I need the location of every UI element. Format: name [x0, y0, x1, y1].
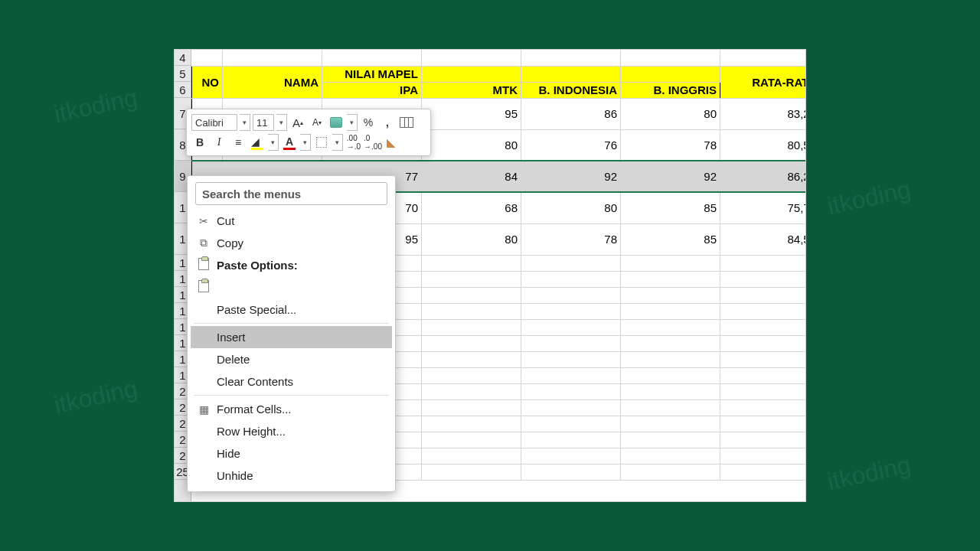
decrease-font-button[interactable]: A▾ — [309, 114, 325, 131]
clipboard-icon — [197, 258, 211, 272]
cell-mtk[interactable]: 80 — [422, 129, 521, 161]
font-name-select[interactable]: Calibri — [191, 114, 237, 131]
copy-icon: ⧉ — [197, 236, 211, 249]
merge-center-button[interactable] — [398, 114, 415, 131]
cell-binggris[interactable]: 78 — [621, 129, 720, 161]
accounting-format-button[interactable] — [328, 114, 345, 131]
row-header-4[interactable]: 4 — [175, 50, 191, 66]
col-binggris-header: B. INGGRIS — [621, 82, 720, 98]
menu-format-cells[interactable]: ▦ Format Cells... — [191, 398, 392, 420]
menu-unhide[interactable]: Unhide — [191, 465, 392, 487]
format-painter-button[interactable] — [384, 134, 400, 151]
font-size-select[interactable]: 11 — [253, 114, 274, 131]
row-context-menu: Search the menus ✂ Cut ⧉ Copy Paste Opti… — [187, 175, 396, 492]
col-rata-rata-header: RATA-RATA — [720, 66, 807, 98]
col-mtk-header: MTK — [422, 82, 521, 98]
comma-button[interactable]: , — [379, 114, 396, 131]
row-header-5[interactable]: 5 — [175, 66, 191, 82]
cell-bindonesia[interactable]: 78 — [521, 223, 621, 255]
cell-ratarata[interactable]: 80,50 — [720, 129, 807, 161]
paste-default-icon — [197, 280, 211, 295]
percent-button[interactable]: % — [360, 114, 377, 131]
col-nama-header: NAMA — [223, 66, 322, 98]
decrease-decimal-button[interactable]: .0→.00 — [364, 134, 381, 151]
menu-row-height[interactable]: Row Height... — [191, 420, 392, 442]
cell-bindonesia[interactable]: 76 — [521, 129, 621, 161]
borders-button[interactable] — [313, 134, 330, 151]
cell-ratarata[interactable]: 86,25 — [720, 161, 807, 192]
menu-paste-options-label: Paste Options: — [191, 254, 392, 276]
menu-separator — [194, 323, 389, 324]
italic-button[interactable]: I — [211, 134, 227, 151]
cell-binggris[interactable]: 92 — [621, 161, 720, 192]
cell-binggris[interactable]: 80 — [621, 98, 720, 129]
cell-binggris[interactable]: 85 — [621, 223, 720, 255]
spreadsheet-frame: 4 5 6 7 8 9 1 1 1 1 1 1 1 1 1 1 2 2 2 2 … — [174, 49, 806, 502]
row-header-6[interactable]: 6 — [175, 82, 191, 98]
accounting-dropdown[interactable]: ▾ — [347, 114, 358, 131]
cell-ratarata[interactable]: 84,50 — [720, 223, 807, 255]
cell-mtk[interactable]: 84 — [422, 161, 521, 192]
increase-font-button[interactable]: A▴ — [289, 114, 306, 131]
menu-copy[interactable]: ⧉ Copy — [191, 232, 392, 254]
col-ipa-header: IPA — [322, 82, 422, 98]
align-button[interactable]: ≡ — [230, 134, 247, 151]
menu-cut[interactable]: ✂ Cut — [191, 210, 392, 232]
menu-paste-special[interactable]: Paste Special... — [191, 298, 392, 321]
cell-mtk[interactable]: 68 — [422, 192, 521, 223]
fill-color-dropdown[interactable]: ▾ — [268, 134, 279, 151]
bold-button[interactable]: B — [191, 134, 208, 151]
increase-decimal-button[interactable]: .00→.0 — [345, 134, 362, 151]
menu-delete[interactable]: Delete — [191, 348, 392, 370]
menu-hide[interactable]: Hide — [191, 442, 392, 465]
col-nilai-mapel-header: NILAI MAPEL — [322, 66, 422, 82]
menu-insert[interactable]: Insert — [191, 326, 392, 348]
cell-bindonesia[interactable]: 80 — [521, 192, 621, 223]
cell-mtk[interactable]: 80 — [422, 223, 521, 255]
borders-dropdown[interactable]: ▾ — [332, 134, 343, 151]
fill-color-button[interactable]: ◢ — [249, 134, 266, 151]
font-name-dropdown[interactable]: ▾ — [240, 114, 250, 131]
cell-bindonesia[interactable]: 86 — [521, 98, 621, 129]
font-color-dropdown[interactable]: ▾ — [300, 134, 311, 151]
menu-separator — [194, 395, 389, 396]
cell-binggris[interactable]: 85 — [621, 192, 720, 223]
format-cells-icon: ▦ — [197, 403, 211, 416]
col-bindonesia-header: B. INDONESIA — [521, 82, 621, 98]
col-no-header: NO — [192, 66, 223, 98]
cell-ratarata[interactable]: 75,75 — [720, 192, 807, 223]
cell-mtk[interactable]: 95 — [422, 98, 521, 129]
cell-ratarata[interactable]: 83,25 — [720, 98, 807, 129]
menu-paste-default[interactable] — [191, 276, 392, 298]
cell-bindonesia[interactable]: 92 — [521, 161, 621, 192]
mini-format-toolbar: Calibri ▾ 11 ▾ A▴ A▾ ▾ % , B I ≡ ◢ ▾ A ▾ — [186, 109, 431, 156]
scissors-icon: ✂ — [197, 215, 211, 227]
menu-clear-contents[interactable]: Clear Contents — [191, 370, 392, 393]
font-color-button[interactable]: A — [281, 134, 298, 151]
font-size-dropdown[interactable]: ▾ — [276, 114, 287, 131]
context-search-input[interactable]: Search the menus — [195, 182, 387, 205]
